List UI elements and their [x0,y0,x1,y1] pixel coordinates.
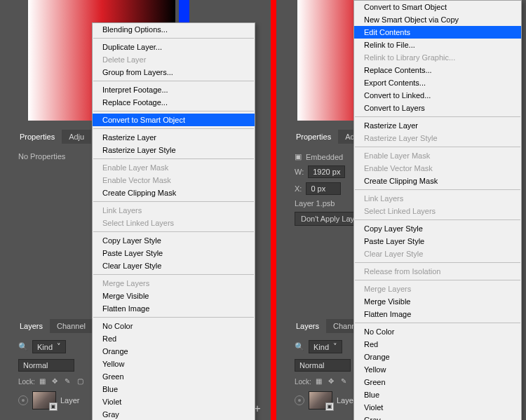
left_menu-item[interactable]: Convert to Smart Object [93,114,255,126]
lock-label: Lock: [295,378,311,386]
layers-filter-icon[interactable]: 🔍 [18,342,28,351]
right_menu-item[interactable]: No Color [354,325,521,338]
menu-separator [93,317,254,318]
tab-layers[interactable]: Layers [13,319,50,333]
menu-separator [93,231,254,232]
lock-all-icon[interactable]: ▢ [77,377,86,386]
menu-separator [93,201,254,202]
blend-mode-select[interactable]: Normal [18,359,74,372]
right_menu-item[interactable]: Edit Contents [354,26,521,39]
menu-separator [93,81,254,81]
left_menu-item: Select Linked Layers [93,217,255,229]
right_menu-item: Relink to Library Graphic... [354,51,521,64]
right_menu-item[interactable]: Replace Contents... [354,64,521,76]
left_menu-item: Enable Vector Mask [93,174,255,187]
layer-name[interactable]: Layer [60,396,80,405]
context-menu-left[interactable]: Blending Options...Duplicate Layer...Del… [92,22,255,420]
left_menu-item[interactable]: Yellow [93,358,255,370]
lock-image-icon[interactable]: ▦ [316,377,324,386]
tab-layers[interactable]: Layers [289,319,326,333]
blend-mode-select[interactable]: Normal [295,359,351,372]
left_menu-item[interactable]: Group from Layers... [93,66,255,79]
menu-separator [355,116,520,117]
context-menu-right[interactable]: Convert to Smart ObjectNew Smart Object … [353,0,522,420]
lock-brush-icon[interactable]: ✎ [65,377,73,386]
left_menu-item[interactable]: Create Clipping Mask [93,187,255,199]
right_menu-item[interactable]: Export Contents... [354,76,521,89]
left_menu-item[interactable]: Replace Footage... [93,96,255,109]
right_menu-item: Release from Isolation [354,265,521,278]
tab-properties[interactable]: Properties [13,130,62,144]
left_menu-item[interactable]: Green [93,370,255,383]
left_menu-item: Link Layers [93,204,255,217]
left_menu-item[interactable]: Gray [93,408,255,420]
right_menu-item[interactable]: New Smart Object via Copy [354,13,521,26]
left_menu-item[interactable]: Duplicate Layer... [93,41,255,53]
right_menu-item[interactable]: Create Clipping Mask [354,175,521,187]
right_menu-item[interactable]: Merge Visible [354,295,521,308]
width-field[interactable]: 1920 px [308,165,345,178]
left_menu-item[interactable]: Violet [93,395,255,408]
layer-thumbnail[interactable]: ▣ [309,391,332,409]
lock-image-icon[interactable]: ▦ [39,377,48,386]
left_menu-item[interactable]: Blue [93,383,255,395]
right_menu-item[interactable]: Yellow [354,363,521,376]
layer-thumbnail[interactable]: ▣ [32,391,56,409]
left_menu-item[interactable]: Paste Layer Style [93,247,255,259]
left_menu-item[interactable]: Flatten Image [93,302,255,315]
tab-channels[interactable]: Channel [50,319,93,333]
left_menu-item: Enable Layer Mask [93,161,255,174]
right_menu-item[interactable]: Gray [354,414,521,420]
left_menu-item[interactable]: Interpret Footage... [93,83,255,96]
right_menu-item: Rasterize Layer Style [354,132,521,144]
x-field[interactable]: 0 px [306,182,341,195]
right_menu-item[interactable]: Green [354,376,521,388]
layer-visibility-icon[interactable] [295,395,304,405]
left_menu-item[interactable]: Clear Layer Style [93,259,255,272]
left_menu-item[interactable]: Merge Visible [93,290,255,302]
menu-separator [355,147,520,147]
layers-kind-select[interactable]: Kind ˅ [309,340,342,353]
left_menu-item[interactable]: Rasterize Layer Style [93,144,255,156]
menu-separator [355,219,520,220]
right_menu-item: Merge Layers [354,283,521,295]
menu-separator [93,128,254,129]
left_menu-item[interactable]: Rasterize Layer [93,131,255,144]
tab-properties[interactable]: Properties [289,130,338,144]
lock-position-icon[interactable]: ✥ [52,377,60,386]
left_menu-item[interactable]: No Color [93,320,255,332]
right_menu-item[interactable]: Paste Layer Style [354,235,521,248]
right_menu-item[interactable]: Flatten Image [354,308,521,320]
left_menu-item[interactable]: Blending Options... [93,23,255,36]
menu-separator [93,274,254,275]
left_menu-item[interactable]: Red [93,332,255,345]
layers-kind-select[interactable]: Kind ˅ [32,340,66,353]
right_menu-item[interactable]: Red [354,338,521,351]
menu-separator [355,262,520,263]
lock-position-icon[interactable]: ✥ [328,377,337,386]
menu-separator [355,323,520,323]
right_menu-item[interactable]: Blue [354,388,521,401]
menu-separator [93,158,254,159]
smart-object-badge-icon: ▣ [325,402,334,411]
right_menu-item[interactable]: Copy Layer Style [354,222,521,235]
right_menu-item[interactable]: Violet [354,401,521,414]
layer-file-label: Layer 1.psb [295,199,335,208]
menu-separator [93,38,254,39]
right_menu-item[interactable]: Convert to Layers [354,102,521,114]
left_menu-item[interactable]: Copy Layer Style [93,234,255,247]
right_menu-item[interactable]: Relink to File... [354,39,521,51]
right_menu-item[interactable]: Rasterize Layer [354,119,521,132]
menu-separator [355,280,520,280]
layers-filter-icon[interactable]: 🔍 [295,342,304,351]
left_menu-item[interactable]: Orange [93,345,255,358]
lock-brush-icon[interactable]: ✎ [341,377,349,386]
layer-visibility-icon[interactable] [18,395,28,405]
tab-adjustments[interactable]: Adju [62,130,91,144]
right_menu-item: Link Layers [354,192,521,205]
comparison-separator [271,0,276,420]
right_menu-item[interactable]: Convert to Smart Object [354,1,521,13]
left_menu-item: Merge Layers [93,277,255,290]
right_menu-item[interactable]: Orange [354,351,521,363]
right_menu-item[interactable]: Convert to Linked... [354,89,521,102]
